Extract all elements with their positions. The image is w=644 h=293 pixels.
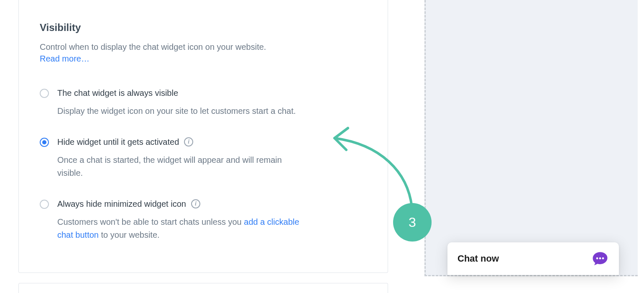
option-label-row: Always hide minimized widget icon i <box>57 198 367 210</box>
info-icon[interactable]: i <box>184 137 193 146</box>
read-more-link[interactable]: Read more… <box>40 54 89 63</box>
option-description-post: to your website. <box>99 230 160 239</box>
radio-always-hide[interactable] <box>40 200 49 209</box>
next-card-edge <box>18 283 388 293</box>
chat-bubble-icon <box>591 250 609 267</box>
step-number: 3 <box>409 215 416 230</box>
option-label: Always hide minimized widget icon <box>57 198 186 210</box>
preview-panel: Chat now <box>424 0 638 276</box>
option-body: Always hide minimized widget icon i Cust… <box>57 198 367 242</box>
svg-point-1 <box>599 257 601 260</box>
info-icon[interactable]: i <box>191 199 200 208</box>
option-always-visible[interactable]: The chat widget is always visible Displa… <box>40 87 367 118</box>
option-label-row: Hide widget until it gets activated i <box>57 136 367 148</box>
option-label-row: The chat widget is always visible <box>57 87 367 99</box>
visibility-settings-card: Visibility Control when to display the c… <box>18 0 388 273</box>
option-description: Display the widget icon on your site to … <box>57 105 308 118</box>
option-description: Customers won't be able to start chats u… <box>57 216 308 242</box>
radio-hide-until-activated[interactable] <box>40 138 49 147</box>
option-hide-until-activated[interactable]: Hide widget until it gets activated i On… <box>40 136 367 180</box>
option-label: Hide widget until it gets activated <box>57 136 179 148</box>
step-badge: 3 <box>393 203 432 242</box>
radio-always-visible[interactable] <box>40 89 49 98</box>
option-description-pre: Customers won't be able to start chats u… <box>57 217 244 226</box>
option-body: Hide widget until it gets activated i On… <box>57 136 367 180</box>
option-description: Once a chat is started, the widget will … <box>57 154 308 180</box>
visibility-options: The chat widget is always visible Displa… <box>40 87 367 242</box>
section-title: Visibility <box>40 22 367 33</box>
svg-point-0 <box>596 257 598 260</box>
option-always-hide[interactable]: Always hide minimized widget icon i Cust… <box>40 198 367 242</box>
option-body: The chat widget is always visible Displa… <box>57 87 367 118</box>
svg-point-2 <box>602 257 604 260</box>
section-description: Control when to display the chat widget … <box>40 41 367 64</box>
section-description-text: Control when to display the chat widget … <box>40 42 266 51</box>
option-label: The chat widget is always visible <box>57 87 178 99</box>
chat-widget-label: Chat now <box>457 253 499 264</box>
chat-widget[interactable]: Chat now <box>447 242 619 275</box>
